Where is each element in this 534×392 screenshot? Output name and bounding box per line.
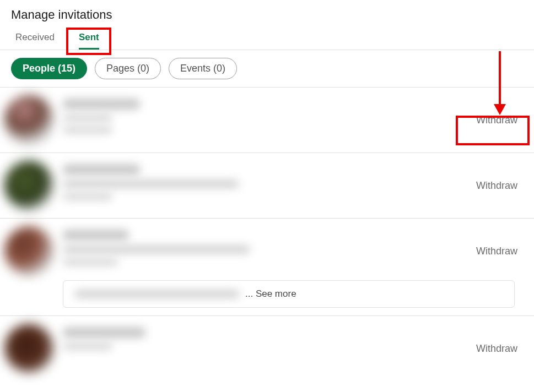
invite-item: Withdraw xyxy=(0,316,534,381)
filter-pages[interactable]: Pages (0) xyxy=(95,58,161,79)
filter-row: People (15) Pages (0) Events (0) xyxy=(0,50,534,88)
filter-events[interactable]: Events (0) xyxy=(169,58,237,79)
person-meta-redacted xyxy=(63,258,118,266)
avatar[interactable] xyxy=(4,226,54,276)
invite-info xyxy=(63,95,471,138)
invite-item: Withdraw ... See more xyxy=(0,219,534,316)
page-title: Manage invitations xyxy=(11,8,523,22)
person-name-redacted xyxy=(63,327,145,338)
filter-people[interactable]: People (15) xyxy=(11,58,87,79)
person-meta-redacted xyxy=(63,126,112,134)
invite-info xyxy=(63,324,471,355)
person-meta-redacted xyxy=(63,193,112,200)
tab-sent[interactable]: Sent xyxy=(74,26,104,50)
avatar[interactable] xyxy=(4,324,54,373)
tabs: Received Sent xyxy=(0,26,534,50)
avatar[interactable] xyxy=(4,161,54,210)
withdraw-button[interactable]: Withdraw xyxy=(471,177,523,195)
withdraw-button[interactable]: Withdraw xyxy=(471,340,523,358)
message-preview[interactable]: ... See more xyxy=(63,280,515,308)
person-headline-redacted xyxy=(63,342,112,350)
person-headline-redacted xyxy=(63,245,250,254)
invite-list: Withdraw Withdraw Withdraw ... See more xyxy=(0,88,534,381)
person-name-redacted xyxy=(63,99,140,110)
invite-item: Withdraw xyxy=(0,153,534,219)
invite-info xyxy=(63,161,471,205)
person-headline-redacted xyxy=(63,114,112,122)
withdraw-button[interactable]: Withdraw xyxy=(471,242,523,260)
invite-item: Withdraw xyxy=(0,88,534,153)
tab-received[interactable]: Received xyxy=(11,26,59,50)
person-name-redacted xyxy=(63,164,140,175)
person-headline-redacted xyxy=(63,179,239,188)
avatar[interactable] xyxy=(4,95,54,145)
withdraw-button[interactable]: Withdraw xyxy=(471,111,523,129)
invite-info xyxy=(63,226,471,270)
message-text-redacted xyxy=(74,290,240,298)
person-name-redacted xyxy=(63,230,129,241)
see-more-link[interactable]: ... See more xyxy=(245,288,296,300)
